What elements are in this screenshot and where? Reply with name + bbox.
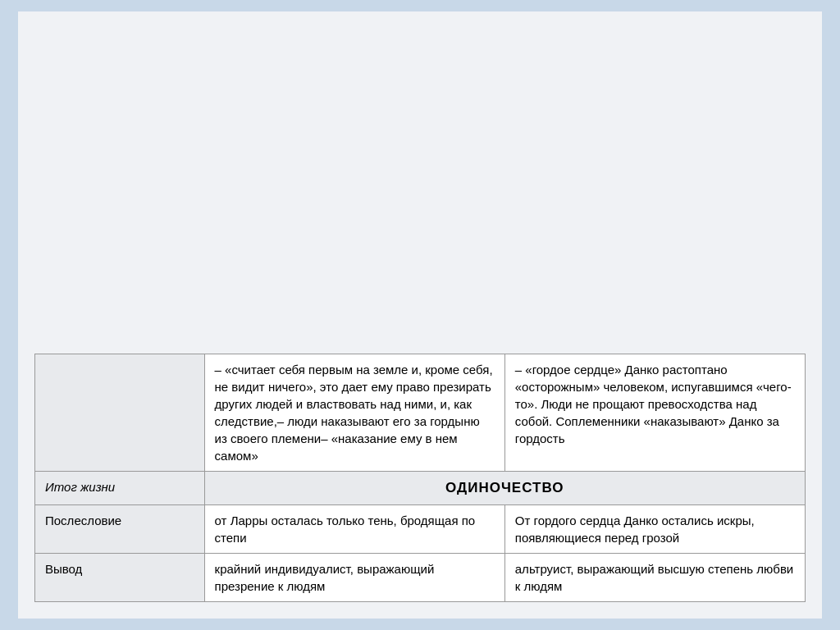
table-row-posleslovie: Послесловие от Ларры осталась только тен… [35,505,806,554]
cell-posleslovie-col2: от Ларры осталась только тень, бродящая … [204,505,504,554]
cell-vyvod-label: Вывод [35,554,205,602]
cell-top-col1 [35,354,205,472]
cell-posleslovie-col3: От гордого сердца Данко остались искры, … [504,505,805,554]
cell-itog-label: Итог жизни [35,472,205,505]
cell-posleslovie-label: Послесловие [35,505,205,554]
table-row-top: – «считает себя первым на земле и, кроме… [35,354,806,472]
cell-itog-merged: ОДИНОЧЕСТВО [204,472,805,505]
cell-vyvod-col2: крайний индивидуалист, выражающий презре… [204,554,504,602]
table-row-itog: Итог жизни ОДИНОЧЕСТВО [35,472,806,505]
cell-top-col3: – «гордое сердце» Данко растоптано «осто… [504,354,805,472]
main-table: – «считает себя первым на земле и, кроме… [34,354,806,602]
cell-vyvod-col3: альтруист, выражающий высшую степень люб… [504,554,805,602]
table-row-vyvod: Вывод крайний индивидуалист, выражающий … [35,554,806,602]
page-wrapper: – «считает себя первым на земле и, кроме… [18,11,822,619]
cell-top-col2: – «считает себя первым на земле и, кроме… [204,354,504,472]
